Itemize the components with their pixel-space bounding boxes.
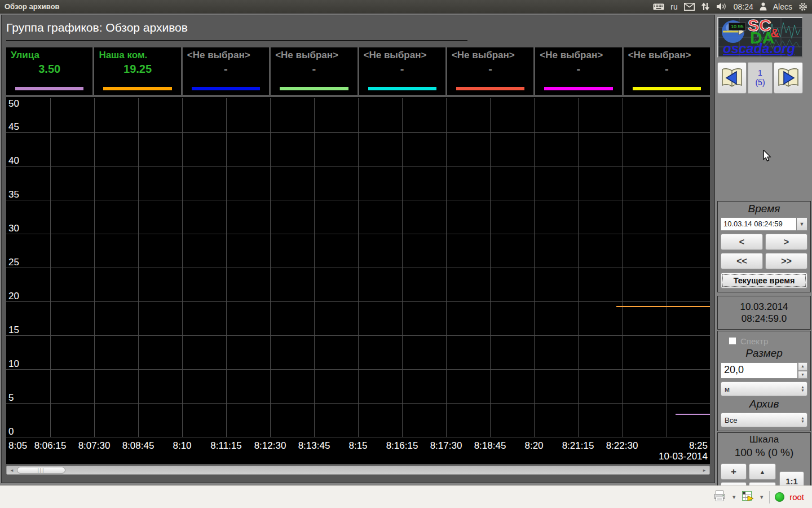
scrollbar-thumb[interactable]: |||	[17, 467, 65, 474]
time-step-forward-button[interactable]: >	[765, 234, 807, 250]
volume-icon[interactable]	[716, 2, 727, 11]
y-axis-tick-label: 35	[8, 189, 19, 200]
gridline-vertical	[314, 98, 315, 437]
user-menu-label[interactable]: Alecs	[773, 2, 792, 11]
current-time-button[interactable]: Текущее время	[721, 273, 807, 288]
legend-item[interactable]: <Не выбран>-	[535, 47, 621, 95]
print-icon[interactable]	[713, 490, 726, 504]
y-axis-tick-label: 20	[8, 291, 19, 302]
prev-page-button[interactable]	[717, 62, 747, 94]
zoom-in-button[interactable]: +	[721, 463, 747, 480]
size-title: Размер	[721, 347, 807, 361]
legend-item[interactable]: <Не выбран>-	[447, 47, 533, 95]
x-axis-tick-label: 8:15	[348, 440, 367, 452]
x-axis-tick-label: 8:12:30	[254, 440, 286, 452]
scrollbar-right-arrow-icon[interactable]: ▸	[700, 466, 708, 474]
next-page-button[interactable]	[774, 62, 803, 94]
gridline-vertical	[666, 98, 667, 437]
spectrum-checkbox-row[interactable]: Спектр	[729, 335, 807, 347]
legend-item[interactable]: Наша ком.19.25	[94, 47, 180, 95]
legend-item-name: <Не выбран>	[364, 50, 441, 61]
size-unit-arrows-icon: ▲▼	[801, 386, 805, 392]
legend-item-name: <Не выбран>	[628, 50, 705, 61]
legend-item-value: -	[364, 63, 441, 76]
size-spinbox[interactable]: 20,0 ▲ ▼	[721, 362, 807, 379]
gridline-vertical	[534, 98, 535, 437]
page-title: Группа графиков: Обзор архивов	[6, 21, 710, 38]
gridline-vertical	[182, 98, 183, 437]
current-date-value: 10.03.2014	[718, 301, 810, 313]
x-axis-tick-label: 8:07:30	[78, 440, 111, 452]
y-axis-tick-label: 25	[8, 257, 19, 268]
clock-label[interactable]: 08:24	[734, 2, 753, 11]
legend-item-value: 19.25	[99, 63, 176, 76]
time-step-back-button[interactable]: <	[721, 234, 763, 250]
legend-item-value: -	[540, 63, 617, 76]
x-axis-tick-label: 8:13:45	[298, 440, 330, 452]
user-icon[interactable]	[760, 2, 767, 11]
system-tray: ru 08:24 Alecs	[653, 2, 807, 11]
chart-area[interactable]: 504540353025201510508:058:06:158:07:308:…	[6, 97, 710, 464]
statusbar-separator	[769, 491, 770, 503]
time-page-back-button[interactable]: <<	[721, 253, 763, 269]
datetime-combobox[interactable]: 10.03.14 08:24:59 ▼	[721, 217, 807, 231]
gridline-vertical	[226, 98, 227, 437]
x-axis-tick-label: 8:25	[689, 440, 708, 452]
mail-icon[interactable]	[684, 3, 695, 11]
shift-up-button[interactable]: ▲	[749, 463, 776, 480]
size-spinbox-value[interactable]: 20,0	[721, 362, 798, 379]
page-indicator: 1 (5)	[748, 62, 773, 94]
size-unit-combobox[interactable]: м ▲▼	[721, 382, 807, 396]
legend-item-name: <Не выбран>	[452, 50, 529, 61]
gridline-vertical	[622, 98, 623, 437]
legend-color-bar	[456, 87, 524, 90]
legend-item-name: <Не выбран>	[540, 50, 617, 61]
view-groupbox: Спектр Размер 20,0 ▲ ▼ м ▲▼ Архив Все ▲▼	[717, 331, 811, 431]
connection-status-icon	[775, 492, 784, 502]
sync-arrows-icon[interactable]	[701, 2, 710, 11]
size-spin-down-icon[interactable]: ▼	[798, 371, 807, 379]
size-spin-up-icon[interactable]: ▲	[798, 362, 807, 371]
gridline-vertical	[578, 98, 579, 437]
datetime-combobox-value[interactable]: 10.03.14 08:24:59	[721, 217, 796, 231]
archive-combobox[interactable]: Все ▲▼	[721, 413, 807, 427]
control-sidebar: 10.95 SC & DA oscada.org 1 (5) Время 10.…	[717, 15, 811, 483]
legend-item[interactable]: <Не выбран>-	[624, 47, 710, 95]
chart-horizontal-scrollbar[interactable]: ◂ ||| ▸	[6, 466, 710, 475]
spectrum-checkbox[interactable]	[729, 337, 736, 345]
x-axis-tick-label: 8:22:30	[606, 440, 638, 452]
keyboard-layout-label[interactable]: ru	[670, 2, 677, 11]
keyboard-layout-icon[interactable]	[653, 3, 664, 11]
export-dropdown-icon[interactable]: ▼	[759, 494, 764, 500]
scale-value: 100 % (0 %)	[721, 446, 807, 461]
legend-item[interactable]: <Не выбран>-	[183, 47, 269, 95]
time-page-forward-button[interactable]: >>	[765, 253, 807, 269]
legend-item[interactable]: <Не выбран>-	[359, 47, 445, 95]
legend-item-value: -	[275, 63, 352, 76]
legend-color-bar	[280, 87, 348, 90]
x-axis-tick-label: 8:20	[524, 440, 543, 452]
legend-color-bar	[544, 87, 612, 90]
legend-item[interactable]: <Не выбран>-	[271, 47, 357, 95]
legend-row: Улица3.50Наша ком.19.25<Не выбран>-<Не в…	[6, 47, 710, 95]
datetime-dropdown-icon[interactable]: ▼	[796, 217, 807, 231]
y-axis-tick-label: 45	[8, 121, 19, 133]
legend-item[interactable]: Улица3.50	[6, 47, 92, 95]
series-line-Улица	[676, 414, 710, 415]
y-axis-tick-label: 5	[8, 392, 14, 404]
y-axis-tick-label: 15	[8, 325, 19, 336]
series-line-Наша ком.	[616, 306, 710, 307]
book-back-icon	[721, 67, 743, 89]
print-dropdown-icon[interactable]: ▼	[731, 494, 736, 500]
session-gear-icon[interactable]	[798, 2, 807, 11]
export-icon[interactable]	[742, 491, 754, 504]
scrollbar-left-arrow-icon[interactable]: ◂	[8, 466, 16, 474]
x-axis-tick-label: 8:17:30	[430, 440, 462, 452]
oscada-logo[interactable]: 10.95 SC & DA oscada.org	[717, 17, 803, 58]
spectrum-label: Спектр	[740, 336, 768, 346]
page-number: 1	[758, 68, 762, 78]
page-total: (5)	[755, 78, 765, 87]
gridline-vertical	[270, 98, 271, 437]
gridline-vertical	[402, 98, 403, 437]
legend-item-name: Улица	[11, 50, 88, 61]
